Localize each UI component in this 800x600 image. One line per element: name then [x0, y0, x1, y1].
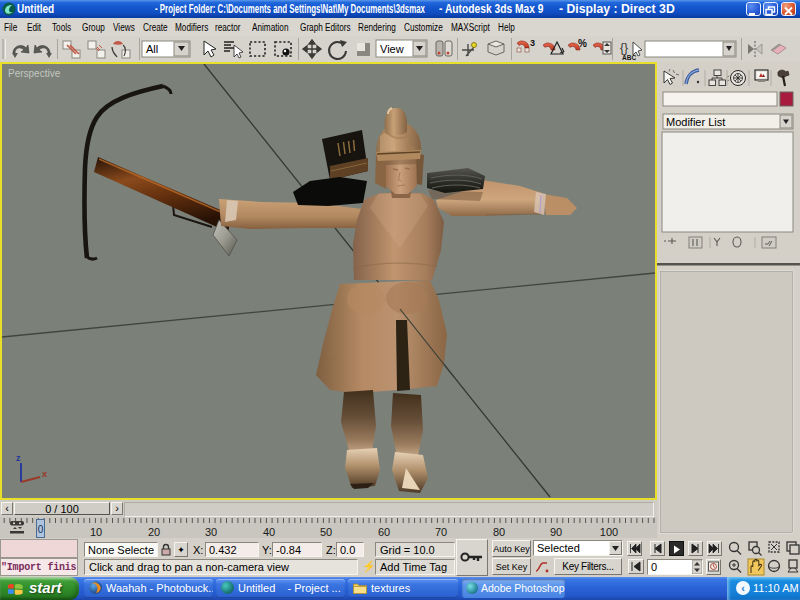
svg-text:{}: {}: [620, 41, 628, 55]
svg-text:Modifier List: Modifier List: [666, 116, 725, 128]
svg-text:ABC: ABC: [622, 54, 636, 61]
svg-text:3: 3: [530, 38, 535, 48]
svg-text:%: %: [578, 38, 587, 49]
svg-text:All: All: [146, 43, 158, 55]
svg-text:View: View: [380, 43, 404, 55]
svg-text:z: z: [16, 453, 21, 463]
svg-text:x: x: [42, 469, 47, 479]
svg-text:Perspective: Perspective: [8, 68, 61, 79]
